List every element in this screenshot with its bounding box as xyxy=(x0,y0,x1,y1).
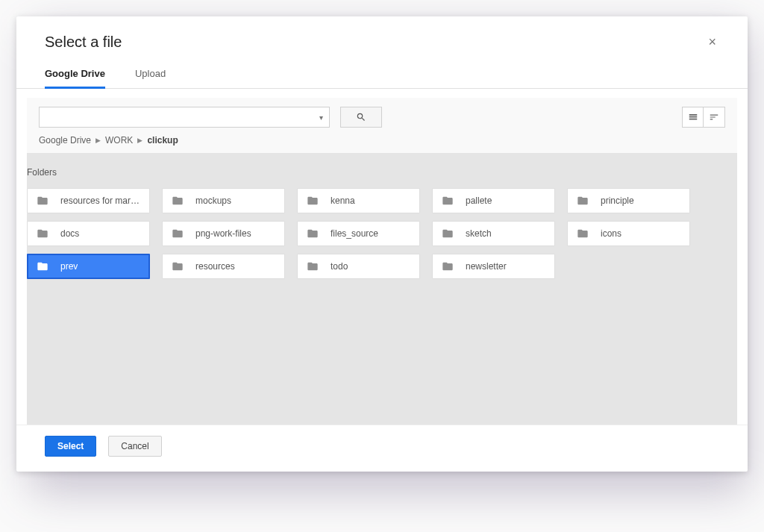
folder-item[interactable]: prev xyxy=(27,254,150,279)
folders-section-label: Folders xyxy=(27,167,737,178)
sort-button[interactable] xyxy=(704,107,724,127)
folder-item[interactable]: principle xyxy=(567,188,690,213)
folder-name: newsletter xyxy=(466,261,507,272)
folder-item[interactable]: files_source xyxy=(297,221,420,246)
sort-az-icon xyxy=(709,112,719,122)
folder-name: files_source xyxy=(331,228,378,239)
content-area: ▾ Google Drive▶WORK▶clickup xyxy=(16,89,748,425)
folder-name: docs xyxy=(60,228,79,239)
tab-google-drive[interactable]: Google Drive xyxy=(45,60,105,89)
folder-name: kenna xyxy=(331,195,355,206)
folder-icon xyxy=(35,260,50,272)
folder-icon xyxy=(305,195,320,207)
folder-name: resources xyxy=(195,261,235,272)
folder-icon xyxy=(575,195,590,207)
folder-name: todo xyxy=(331,261,348,272)
folder-item[interactable]: mockups xyxy=(162,188,285,213)
folder-icon xyxy=(35,195,50,207)
folder-name: prev xyxy=(60,261,78,272)
search-icon xyxy=(356,112,366,122)
cancel-button[interactable]: Cancel xyxy=(108,436,161,457)
file-area: Folders resources for mark…mockupskennap… xyxy=(27,154,737,425)
folder-item[interactable]: png-work-files xyxy=(162,221,285,246)
folder-grid: resources for mark…mockupskennapalletepr… xyxy=(27,188,737,279)
folder-item[interactable]: pallete xyxy=(432,188,555,213)
folder-icon xyxy=(440,260,455,272)
dialog-footer: Select Cancel xyxy=(16,425,748,472)
folder-icon xyxy=(440,228,455,240)
folder-name: resources for mark… xyxy=(60,195,142,206)
folder-icon xyxy=(440,195,455,207)
view-toggle xyxy=(682,107,725,128)
folder-name: sketch xyxy=(466,228,492,239)
folder-icon xyxy=(170,195,185,207)
dialog-title: Select a file xyxy=(45,34,122,51)
folder-icon xyxy=(170,228,185,240)
search-button[interactable] xyxy=(340,107,382,128)
breadcrumb-chevron-icon: ▶ xyxy=(96,137,101,144)
close-button[interactable]: × xyxy=(705,31,719,53)
folder-item[interactable]: todo xyxy=(297,254,420,279)
folder-item[interactable]: sketch xyxy=(432,221,555,246)
folder-icon xyxy=(305,260,320,272)
folder-item[interactable]: docs xyxy=(27,221,150,246)
folder-item[interactable]: resources xyxy=(162,254,285,279)
folder-icon xyxy=(170,260,185,272)
toolbar: ▾ Google Drive▶WORK▶clickup xyxy=(27,98,737,154)
breadcrumb-item[interactable]: Google Drive xyxy=(39,135,91,145)
folder-icon xyxy=(305,228,320,240)
folder-item[interactable]: kenna xyxy=(297,188,420,213)
tabs: Google DriveUpload xyxy=(16,60,748,89)
list-view-icon xyxy=(688,112,698,122)
list-view-button[interactable] xyxy=(683,107,704,127)
file-picker-dialog: Select a file × Google DriveUpload ▾ xyxy=(16,16,748,472)
tab-upload[interactable]: Upload xyxy=(135,60,166,89)
folder-item[interactable]: icons xyxy=(567,221,690,246)
breadcrumb-item[interactable]: WORK xyxy=(105,135,133,145)
select-button[interactable]: Select xyxy=(45,436,96,457)
folder-name: mockups xyxy=(195,195,231,206)
folder-name: icons xyxy=(601,228,621,239)
folder-item[interactable]: resources for mark… xyxy=(27,188,150,213)
folder-icon xyxy=(35,228,50,240)
caret-down-icon: ▾ xyxy=(319,113,323,122)
folder-item[interactable]: newsletter xyxy=(432,254,555,279)
breadcrumb-item: clickup xyxy=(147,135,178,145)
dialog-header: Select a file × xyxy=(16,16,748,60)
folder-name: pallete xyxy=(466,195,492,206)
search-input[interactable]: ▾ xyxy=(39,107,330,128)
breadcrumb: Google Drive▶WORK▶clickup xyxy=(39,135,725,145)
breadcrumb-chevron-icon: ▶ xyxy=(137,137,143,144)
folder-name: png-work-files xyxy=(195,228,251,239)
folder-name: principle xyxy=(601,195,634,206)
folder-icon xyxy=(575,228,590,240)
